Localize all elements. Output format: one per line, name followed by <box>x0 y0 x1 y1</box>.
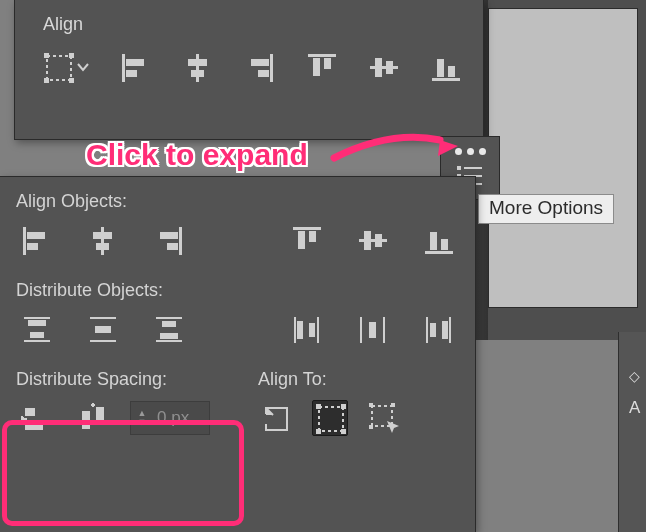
right-panel-peek: ◇ A <box>618 332 646 532</box>
dist-right-icon[interactable] <box>420 311 456 347</box>
dist-bottom-icon[interactable] <box>150 311 186 347</box>
distribute-spacing-label: Distribute Spacing: <box>0 355 240 396</box>
dist-h-center-icon[interactable] <box>354 311 390 347</box>
dist-space-v-icon[interactable] <box>18 400 54 436</box>
stepper-arrows-icon[interactable]: ▲▼ <box>131 409 153 427</box>
align-h-center-icon[interactable] <box>84 222 120 258</box>
align-panel-title: Align <box>15 0 483 43</box>
dist-v-center-icon[interactable] <box>84 311 120 347</box>
spacing-stepper[interactable]: ▲▼ <box>130 401 210 435</box>
align-panel-expanded: Align Objects: Distribute Objects: Distr… <box>0 176 476 532</box>
dist-space-h-icon[interactable] <box>74 400 110 436</box>
align-objects-label: Align Objects: <box>0 177 475 218</box>
align-left-icon[interactable] <box>117 49 153 85</box>
align-to-label: Align To: <box>258 355 475 396</box>
spacing-input[interactable] <box>153 408 209 428</box>
align-v-center-icon[interactable] <box>354 222 390 258</box>
align-to-artboard-icon[interactable] <box>258 400 294 436</box>
align-to-selection-icon[interactable] <box>312 400 348 436</box>
dist-top-icon[interactable] <box>18 311 54 347</box>
align-to-key-object-icon[interactable] <box>366 400 402 436</box>
dist-left-icon[interactable] <box>288 311 324 347</box>
align-v-center-icon[interactable] <box>365 49 401 85</box>
align-right-icon[interactable] <box>241 49 277 85</box>
chevron-down-icon <box>75 63 91 71</box>
more-options-icon[interactable] <box>455 148 486 155</box>
align-right-icon[interactable] <box>150 222 186 258</box>
more-options-tooltip: More Options <box>478 194 614 224</box>
align-top-icon[interactable] <box>303 49 339 85</box>
align-panel: Align <box>14 0 484 140</box>
docked-panel-behind <box>476 0 646 340</box>
align-bottom-icon[interactable] <box>420 222 456 258</box>
align-h-center-icon[interactable] <box>179 49 215 85</box>
align-bottom-icon[interactable] <box>427 49 463 85</box>
align-to-selection-dropdown[interactable] <box>43 49 91 85</box>
align-top-icon[interactable] <box>288 222 324 258</box>
align-left-icon[interactable] <box>18 222 54 258</box>
distribute-objects-label: Distribute Objects: <box>0 266 475 307</box>
right-panel-letter: A <box>629 398 646 418</box>
